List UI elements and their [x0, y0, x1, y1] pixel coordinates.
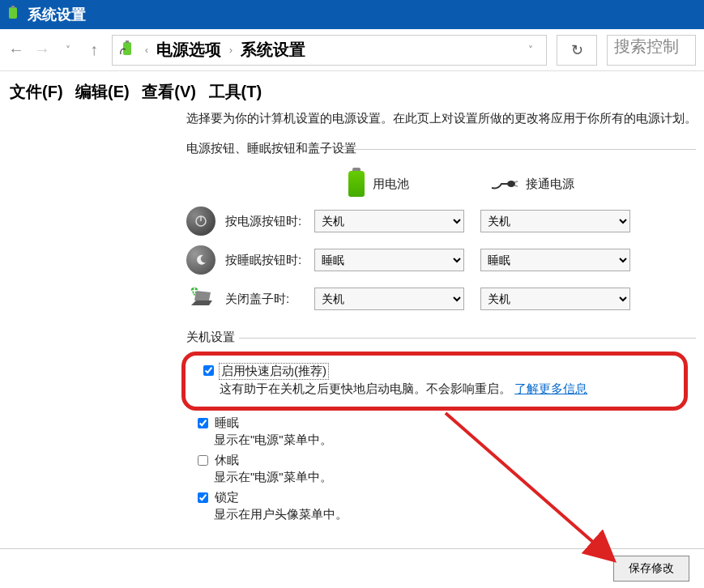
- svg-line-5: [514, 181, 518, 182]
- shutdown-settings-label: 关机设置: [186, 330, 704, 345]
- plug-icon: [490, 177, 518, 191]
- nav-forward-icon: →: [34, 40, 50, 59]
- sleep-button-label: 按睡眠按钮时:: [225, 253, 314, 268]
- sleep-checkbox[interactable]: [198, 418, 208, 428]
- svg-rect-0: [9, 7, 17, 19]
- lid-battery-select[interactable]: 关机睡眠休眠不采取任何操作: [314, 288, 464, 310]
- power-button-plugged-select[interactable]: 关机睡眠休眠不采取任何操作: [480, 210, 630, 232]
- chevron-right-icon: ›: [229, 45, 233, 56]
- lock-cb-desc: 显示在用户头像菜单中。: [214, 507, 704, 522]
- battery-column: 用电池: [348, 171, 409, 197]
- power-icon: [186, 207, 215, 236]
- breadcrumb[interactable]: ‹ 电源选项 › 系统设置 ˅: [112, 35, 547, 66]
- fast-startup-desc: 这有助于在关机之后更快地启动电脑。不会影响重启。 了解更多信息: [220, 381, 674, 397]
- sleep-cb-desc: 显示在"电源"菜单中。: [214, 432, 704, 448]
- menu-tools[interactable]: 工具(T): [209, 83, 262, 100]
- breadcrumb-icon: [119, 40, 137, 60]
- lid-label: 关闭盖子时:: [225, 292, 314, 307]
- power-button-row: 按电源按钮时: 关机睡眠休眠不采取任何操作 关机睡眠休眠不采取任何操作: [186, 207, 704, 236]
- page-description: 选择要为你的计算机设置的电源设置。在此页上对设置所做的更改将应用于你所有的电源计…: [186, 111, 704, 126]
- hibernate-checkbox[interactable]: [198, 455, 208, 466]
- app-icon: [6, 6, 21, 24]
- menu-bar: 文件(F) 编辑(E) 查看(V) 工具(T): [0, 71, 704, 111]
- fast-startup-row: 启用快速启动(推荐): [203, 363, 674, 380]
- lid-icon: [186, 284, 215, 313]
- main-content: 选择要为你的计算机设置的电源设置。在此页上对设置所做的更改将应用于你所有的电源计…: [0, 111, 704, 522]
- fast-startup-highlight: 启用快速启动(推荐) 这有助于在关机之后更快地启动电脑。不会影响重启。 了解更多…: [181, 352, 688, 411]
- hibernate-cb-label[interactable]: 休眠: [213, 453, 241, 468]
- column-headers: 用电池 接通电源: [348, 171, 704, 197]
- menu-edit[interactable]: 编辑(E): [75, 83, 130, 100]
- button-settings-group-label: 电源按钮、睡眠按钮和盖子设置: [186, 141, 704, 156]
- window-titlebar: 系统设置: [0, 0, 704, 29]
- sleep-cb-label[interactable]: 睡眠: [213, 415, 241, 431]
- svg-point-4: [507, 181, 515, 187]
- svg-rect-1: [11, 6, 15, 8]
- power-button-label: 按电源按钮时:: [225, 214, 314, 229]
- lock-cb-label[interactable]: 锁定: [213, 490, 241, 505]
- battery-label: 用电池: [373, 177, 409, 192]
- plugged-column: 接通电源: [490, 177, 574, 192]
- refresh-button[interactable]: ↻: [557, 35, 597, 66]
- search-input[interactable]: 搜索控制: [607, 35, 696, 66]
- breadcrumb-item-2[interactable]: 系统设置: [241, 39, 305, 61]
- menu-file[interactable]: 文件(F): [10, 83, 63, 100]
- menu-view[interactable]: 查看(V): [142, 83, 196, 100]
- sleep-button-row: 按睡眠按钮时: 关机睡眠休眠不采取任何操作 关机睡眠休眠不采取任何操作: [186, 245, 704, 275]
- sleep-row: 睡眠: [198, 415, 704, 431]
- plugged-label: 接通电源: [526, 177, 574, 192]
- lock-checkbox[interactable]: [198, 492, 208, 503]
- breadcrumb-item-1[interactable]: 电源选项: [156, 39, 221, 61]
- breadcrumb-dropdown-icon[interactable]: ˅: [522, 45, 540, 56]
- lock-row: 锁定: [198, 490, 704, 505]
- battery-icon: [348, 171, 365, 197]
- footer: 保存修改: [613, 556, 689, 582]
- learn-more-link[interactable]: 了解更多信息: [514, 381, 587, 395]
- hibernate-row: 休眠: [198, 453, 704, 468]
- fast-startup-desc-text: 这有助于在关机之后更快地启动电脑。不会影响重启。: [220, 381, 511, 395]
- save-button[interactable]: 保存修改: [613, 556, 689, 582]
- lid-row: 关闭盖子时: 关机睡眠休眠不采取任何操作 关机睡眠休眠不采取任何操作: [186, 284, 704, 313]
- nav-up-icon[interactable]: ↑: [86, 40, 102, 59]
- sleep-icon: [186, 245, 215, 275]
- nav-history-icon[interactable]: ˅: [60, 45, 76, 56]
- svg-line-6: [514, 185, 518, 186]
- nav-bar: ← → ˅ ↑ ‹ 电源选项 › 系统设置 ˅ ↻ 搜索控制: [0, 29, 704, 71]
- chevron-icon: ‹: [145, 45, 148, 56]
- nav-back-icon[interactable]: ←: [8, 40, 24, 59]
- fast-startup-label[interactable]: 启用快速启动(推荐): [219, 363, 329, 380]
- power-button-battery-select[interactable]: 关机睡眠休眠不采取任何操作: [314, 210, 464, 232]
- sleep-button-plugged-select[interactable]: 关机睡眠休眠不采取任何操作: [480, 249, 630, 271]
- window-title: 系统设置: [28, 5, 86, 24]
- hibernate-cb-desc: 显示在"电源"菜单中。: [214, 470, 704, 485]
- fast-startup-checkbox[interactable]: [203, 365, 214, 376]
- lid-plugged-select[interactable]: 关机睡眠休眠不采取任何操作: [480, 288, 630, 310]
- footer-separator: [0, 548, 704, 549]
- svg-rect-3: [126, 40, 129, 43]
- sleep-button-battery-select[interactable]: 关机睡眠休眠不采取任何操作: [314, 249, 464, 271]
